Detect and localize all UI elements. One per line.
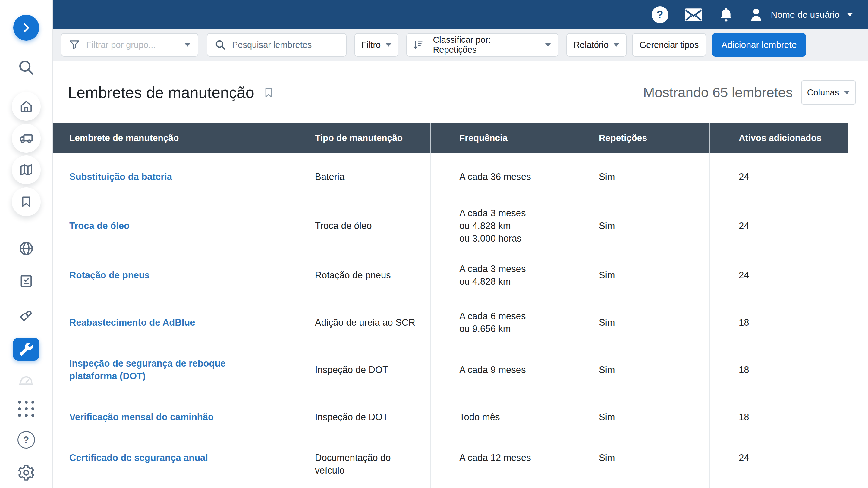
reminder-link[interactable]: Substituição da bateria <box>53 153 286 200</box>
search-input[interactable] <box>232 40 339 50</box>
table-body: Substituição da bateria Bateria A cada 3… <box>53 153 848 488</box>
frequency-cell: A cada 12 meses <box>431 441 570 488</box>
search-icon <box>214 38 227 51</box>
table-header-row: Lembrete de manutenção Tipo de manutençã… <box>53 123 848 153</box>
group-filter-combobox[interactable] <box>61 33 198 57</box>
topbar-mail-button[interactable] <box>684 8 703 22</box>
sidebar-item-settings[interactable] <box>17 464 35 482</box>
reminder-link[interactable]: Verificação mensal do caminhão <box>53 393 286 441</box>
report-button[interactable]: Relatório <box>566 33 627 57</box>
sidebar-item-bookmarks[interactable] <box>12 187 41 216</box>
group-filter-input[interactable] <box>86 40 170 50</box>
sort-button[interactable]: Classificar por: Repetições <box>406 33 558 57</box>
vehicles-bubble <box>12 124 41 153</box>
apps-grid-icon <box>18 401 34 417</box>
repeats-cell: Sim <box>570 441 710 488</box>
table-row: Inspeção de segurança de reboque platafo… <box>53 346 848 393</box>
favorite-bookmark-icon[interactable] <box>262 86 275 99</box>
sidebar-item-help[interactable]: ? <box>18 431 35 449</box>
type-cell: Inspeção de DOT <box>286 393 431 441</box>
chevron-down-icon <box>844 91 850 94</box>
assets-cell: 24 <box>710 153 848 200</box>
sidebar-item-apps[interactable] <box>18 401 34 417</box>
chevron-down-icon <box>613 43 619 47</box>
chevron-down-icon <box>385 43 392 47</box>
topbar-notifications-button[interactable] <box>718 7 734 23</box>
globe-icon <box>18 240 35 257</box>
search-box[interactable] <box>207 33 347 57</box>
column-header-assets[interactable]: Ativos adicionados <box>710 123 848 153</box>
repeats-cell: Sim <box>570 299 710 346</box>
repeats-cell: Sim <box>570 393 710 441</box>
manage-types-button[interactable]: Gerenciar tipos <box>632 33 706 57</box>
add-reminder-button[interactable]: Adicionar lembrete <box>712 33 806 57</box>
sort-icon <box>412 39 424 51</box>
truck-icon <box>18 130 34 147</box>
columns-button-label: Colunas <box>807 88 839 98</box>
assets-cell: 24 <box>710 441 848 488</box>
manage-types-label: Gerenciar tipos <box>640 40 699 50</box>
chevron-right-icon <box>20 22 32 34</box>
add-reminder-label: Adicionar lembrete <box>721 40 797 50</box>
frequency-cell: A cada 6 meses ou 9.656 km <box>431 299 570 346</box>
reminder-link[interactable]: Rotação de pneus <box>53 252 286 299</box>
reminder-link[interactable]: Reabastecimento de AdBlue <box>53 299 286 346</box>
sidebar-item-home[interactable] <box>12 92 41 121</box>
bookmark-icon <box>19 194 34 209</box>
topbar-help-button[interactable]: ? <box>652 6 669 23</box>
fuel-nozzle-icon <box>18 307 35 324</box>
column-header-type[interactable]: Tipo de manutenção <box>286 123 431 153</box>
frequency-cell: A cada 3 meses ou 4.828 km <box>431 252 570 299</box>
columns-button[interactable]: Colunas <box>801 80 856 104</box>
showing-count-label: Mostrando 65 lembretes <box>643 84 793 101</box>
column-header-reminder[interactable]: Lembrete de manutenção <box>53 123 286 153</box>
reminder-link[interactable]: Troca de óleo <box>53 200 286 252</box>
frequency-cell: A cada 9 meses <box>431 346 570 393</box>
reminder-link[interactable]: Certificado de segurança anual <box>53 441 286 488</box>
gauge-icon <box>18 371 35 389</box>
filter-button-label: Filtro <box>361 40 381 50</box>
sidebar-item-inspections[interactable] <box>18 272 35 290</box>
topbar: ? Nome de usuário <box>53 0 868 29</box>
repeats-cell: Sim <box>570 153 710 200</box>
sidebar-item-fuel[interactable] <box>18 307 35 324</box>
assets-cell: 18 <box>710 346 848 393</box>
sidebar-item-map[interactable] <box>12 156 41 184</box>
sidebar-expand-button[interactable] <box>13 15 39 41</box>
home-icon <box>19 98 34 114</box>
sidebar-item-gauge[interactable] <box>18 371 35 389</box>
type-cell: Documentação do veículo <box>286 441 431 488</box>
page-title: Lembretes de manutenção <box>68 84 254 101</box>
sidebar-item-globe[interactable] <box>18 240 35 257</box>
topbar-user-button[interactable] <box>748 7 764 23</box>
main-area: ? Nome de usuário <box>53 0 868 488</box>
assets-cell: 18 <box>710 393 848 441</box>
reminder-link[interactable]: Inspeção de segurança de reboque platafo… <box>53 346 286 393</box>
table-row: Reabastecimento de AdBlue Adição de urei… <box>53 299 848 346</box>
table-row: Rotação de pneus Rotação de pneus A cada… <box>53 252 848 299</box>
assets-cell: 24 <box>710 252 848 299</box>
username-label[interactable]: Nome de usuário <box>771 10 840 20</box>
inspection-card-icon <box>18 272 35 290</box>
sidebar-item-search[interactable] <box>17 58 36 77</box>
sidebar-item-vehicles[interactable] <box>12 124 41 153</box>
table-row: Substituição da bateria Bateria A cada 3… <box>53 153 848 200</box>
filter-button[interactable]: Filtro <box>354 33 398 57</box>
type-cell: Rotação de pneus <box>286 252 431 299</box>
sidebar-item-maintenance[interactable] <box>13 338 39 361</box>
home-bubble <box>12 92 41 121</box>
sort-caret[interactable] <box>538 34 558 56</box>
user-menu-caret-icon[interactable] <box>847 13 852 16</box>
type-cell: Troca de óleo <box>286 200 431 252</box>
map-bubble <box>12 156 41 184</box>
reminders-table: Lembrete de manutenção Tipo de manutençã… <box>53 123 848 488</box>
repeats-cell: Sim <box>570 200 710 252</box>
wrench-icon <box>19 342 33 356</box>
column-header-frequency[interactable]: Frequência <box>431 123 570 153</box>
map-icon <box>19 162 34 178</box>
group-filter-caret[interactable] <box>177 34 198 56</box>
expand-circle <box>13 15 39 41</box>
maintenance-active-pill <box>13 338 39 361</box>
report-button-label: Relatório <box>574 40 609 50</box>
column-header-repeats[interactable]: Repetições <box>570 123 710 153</box>
